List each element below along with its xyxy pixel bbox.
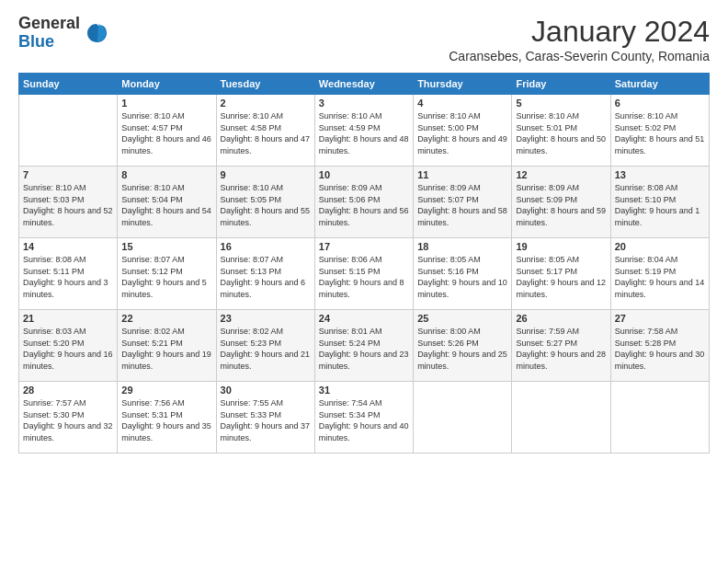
calendar-cell: 21 Sunrise: 8:03 AMSunset: 5:20 PMDaylig… — [19, 310, 118, 382]
day-info: Sunrise: 8:03 AMSunset: 5:20 PMDaylight:… — [23, 327, 113, 371]
day-number: 10 — [319, 169, 409, 180]
day-info: Sunrise: 8:08 AMSunset: 5:11 PMDaylight:… — [23, 255, 108, 299]
calendar-cell: 17 Sunrise: 8:06 AMSunset: 5:15 PMDaylig… — [314, 238, 413, 310]
calendar-cell: 2 Sunrise: 8:10 AMSunset: 4:58 PMDayligh… — [216, 95, 314, 167]
day-info: Sunrise: 7:57 AMSunset: 5:30 PMDaylight:… — [23, 398, 113, 442]
day-number: 19 — [516, 241, 606, 252]
calendar-week-5: 28 Sunrise: 7:57 AMSunset: 5:30 PMDaylig… — [19, 382, 710, 454]
day-number: 13 — [615, 169, 705, 180]
day-number: 20 — [615, 241, 705, 252]
calendar-week-1: 1 Sunrise: 8:10 AMSunset: 4:57 PMDayligh… — [19, 95, 710, 167]
day-info: Sunrise: 8:10 AMSunset: 4:59 PMDaylight:… — [319, 111, 409, 155]
calendar-table: Sunday Monday Tuesday Wednesday Thursday… — [18, 73, 710, 454]
day-number: 23 — [221, 313, 311, 324]
day-number: 18 — [417, 241, 507, 252]
day-info: Sunrise: 8:10 AMSunset: 5:04 PMDaylight:… — [121, 183, 211, 227]
day-number: 17 — [319, 241, 409, 252]
month-title: January 2024 — [449, 15, 710, 49]
calendar-cell: 13 Sunrise: 8:08 AMSunset: 5:10 PMDaylig… — [610, 167, 709, 238]
calendar-cell: 29 Sunrise: 7:56 AMSunset: 5:31 PMDaylig… — [118, 382, 216, 454]
col-tuesday: Tuesday — [216, 74, 314, 95]
day-info: Sunrise: 8:09 AMSunset: 5:09 PMDaylight:… — [516, 183, 606, 227]
day-number: 11 — [417, 169, 507, 180]
calendar-cell: 14 Sunrise: 8:08 AMSunset: 5:11 PMDaylig… — [19, 238, 118, 310]
day-info: Sunrise: 8:08 AMSunset: 5:10 PMDaylight:… — [615, 183, 700, 227]
day-info: Sunrise: 7:55 AMSunset: 5:33 PMDaylight:… — [221, 398, 311, 442]
calendar-cell — [19, 95, 118, 167]
location-title: Caransebes, Caras-Severin County, Romani… — [449, 49, 710, 63]
calendar-cell — [414, 382, 512, 454]
day-number: 25 — [417, 313, 507, 324]
day-info: Sunrise: 8:10 AMSunset: 5:02 PMDaylight:… — [615, 111, 705, 155]
col-wednesday: Wednesday — [314, 74, 413, 95]
day-info: Sunrise: 8:05 AMSunset: 5:16 PMDaylight:… — [417, 255, 507, 299]
col-sunday: Sunday — [19, 74, 118, 95]
calendar-cell — [512, 382, 610, 454]
calendar-cell: 19 Sunrise: 8:05 AMSunset: 5:17 PMDaylig… — [512, 238, 610, 310]
calendar-week-2: 7 Sunrise: 8:10 AMSunset: 5:03 PMDayligh… — [19, 167, 710, 238]
logo-icon — [84, 20, 109, 46]
calendar-cell: 23 Sunrise: 8:02 AMSunset: 5:23 PMDaylig… — [216, 310, 314, 382]
logo: General Blue — [18, 15, 109, 52]
day-info: Sunrise: 8:02 AMSunset: 5:23 PMDaylight:… — [221, 327, 311, 371]
day-info: Sunrise: 7:59 AMSunset: 5:27 PMDaylight:… — [516, 327, 606, 371]
calendar-page: General Blue January 2024 Caransebes, Ca… — [0, 0, 728, 563]
header-row: Sunday Monday Tuesday Wednesday Thursday… — [19, 74, 710, 95]
day-number: 26 — [516, 313, 606, 324]
calendar-cell: 6 Sunrise: 8:10 AMSunset: 5:02 PMDayligh… — [610, 95, 709, 167]
col-friday: Friday — [512, 74, 610, 95]
day-number: 1 — [121, 98, 211, 109]
calendar-cell: 18 Sunrise: 8:05 AMSunset: 5:16 PMDaylig… — [414, 238, 512, 310]
logo-blue: Blue — [18, 32, 54, 51]
day-info: Sunrise: 7:58 AMSunset: 5:28 PMDaylight:… — [615, 327, 705, 371]
day-info: Sunrise: 8:06 AMSunset: 5:15 PMDaylight:… — [319, 255, 404, 299]
day-number: 24 — [319, 313, 409, 324]
day-number: 2 — [221, 98, 311, 109]
day-info: Sunrise: 7:56 AMSunset: 5:31 PMDaylight:… — [121, 398, 211, 442]
day-number: 3 — [319, 98, 409, 109]
calendar-cell: 20 Sunrise: 8:04 AMSunset: 5:19 PMDaylig… — [610, 238, 709, 310]
calendar-cell: 3 Sunrise: 8:10 AMSunset: 4:59 PMDayligh… — [314, 95, 413, 167]
day-info: Sunrise: 7:54 AMSunset: 5:34 PMDaylight:… — [319, 398, 409, 442]
calendar-cell: 8 Sunrise: 8:10 AMSunset: 5:04 PMDayligh… — [118, 167, 216, 238]
calendar-cell: 4 Sunrise: 8:10 AMSunset: 5:00 PMDayligh… — [414, 95, 512, 167]
day-number: 30 — [221, 385, 311, 396]
day-info: Sunrise: 8:10 AMSunset: 5:01 PMDaylight:… — [516, 111, 606, 155]
calendar-cell: 24 Sunrise: 8:01 AMSunset: 5:24 PMDaylig… — [314, 310, 413, 382]
day-number: 6 — [615, 98, 705, 109]
calendar-cell: 25 Sunrise: 8:00 AMSunset: 5:26 PMDaylig… — [414, 310, 512, 382]
day-info: Sunrise: 8:10 AMSunset: 5:00 PMDaylight:… — [417, 111, 507, 155]
day-info: Sunrise: 8:07 AMSunset: 5:13 PMDaylight:… — [221, 255, 306, 299]
calendar-cell: 31 Sunrise: 7:54 AMSunset: 5:34 PMDaylig… — [314, 382, 413, 454]
day-number: 8 — [121, 169, 211, 180]
calendar-cell: 5 Sunrise: 8:10 AMSunset: 5:01 PMDayligh… — [512, 95, 610, 167]
calendar-cell: 10 Sunrise: 8:09 AMSunset: 5:06 PMDaylig… — [314, 167, 413, 238]
col-monday: Monday — [118, 74, 216, 95]
day-info: Sunrise: 8:00 AMSunset: 5:26 PMDaylight:… — [417, 327, 507, 371]
calendar-cell: 11 Sunrise: 8:09 AMSunset: 5:07 PMDaylig… — [414, 167, 512, 238]
day-info: Sunrise: 8:10 AMSunset: 5:03 PMDaylight:… — [23, 183, 113, 227]
calendar-week-4: 21 Sunrise: 8:03 AMSunset: 5:20 PMDaylig… — [19, 310, 710, 382]
day-number: 16 — [221, 241, 311, 252]
day-number: 7 — [23, 169, 113, 180]
day-number: 14 — [23, 241, 113, 252]
day-info: Sunrise: 8:10 AMSunset: 4:57 PMDaylight:… — [121, 111, 211, 155]
calendar-cell — [610, 382, 709, 454]
day-number: 27 — [615, 313, 705, 324]
day-number: 28 — [23, 385, 113, 396]
day-info: Sunrise: 8:02 AMSunset: 5:21 PMDaylight:… — [121, 327, 211, 371]
day-info: Sunrise: 8:07 AMSunset: 5:12 PMDaylight:… — [121, 255, 207, 299]
calendar-cell: 15 Sunrise: 8:07 AMSunset: 5:12 PMDaylig… — [118, 238, 216, 310]
calendar-cell: 1 Sunrise: 8:10 AMSunset: 4:57 PMDayligh… — [118, 95, 216, 167]
calendar-cell: 27 Sunrise: 7:58 AMSunset: 5:28 PMDaylig… — [610, 310, 709, 382]
calendar-cell: 7 Sunrise: 8:10 AMSunset: 5:03 PMDayligh… — [19, 167, 118, 238]
day-number: 15 — [121, 241, 211, 252]
day-info: Sunrise: 8:09 AMSunset: 5:06 PMDaylight:… — [319, 183, 409, 227]
logo-general: General — [18, 14, 80, 32]
calendar-cell: 16 Sunrise: 8:07 AMSunset: 5:13 PMDaylig… — [216, 238, 314, 310]
day-number: 22 — [121, 313, 211, 324]
calendar-cell: 9 Sunrise: 8:10 AMSunset: 5:05 PMDayligh… — [216, 167, 314, 238]
calendar-cell: 28 Sunrise: 7:57 AMSunset: 5:30 PMDaylig… — [19, 382, 118, 454]
day-number: 29 — [121, 385, 211, 396]
day-info: Sunrise: 8:05 AMSunset: 5:17 PMDaylight:… — [516, 255, 606, 299]
